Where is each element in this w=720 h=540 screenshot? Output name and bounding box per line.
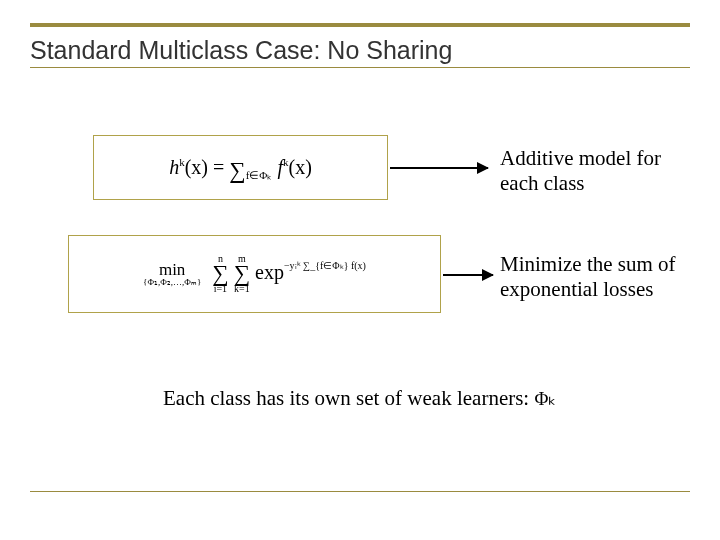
exp-sup: −yᵢᵏ ∑_{f∈Φₖ} f(x): [284, 260, 366, 271]
callout-additive: Additive model for each class: [500, 146, 700, 196]
sum-sub: f∈Φₖ: [246, 169, 273, 181]
top-rule: [30, 23, 690, 27]
footer-rule: [30, 491, 690, 492]
exp-label: exp: [255, 261, 284, 283]
title-underline: [30, 67, 690, 68]
arrow-icon: [390, 167, 488, 169]
sum-symbol: ∑: [234, 264, 250, 285]
sum-symbol: ∑: [229, 158, 245, 183]
eq-equals: =: [213, 156, 224, 178]
equation-box-loss: min {Φ₁,Φ₂,…,Φₘ} n ∑ i=1 m ∑ k=1 exp−yᵢᵏ…: [68, 235, 441, 313]
phi-symbol: Φₖ: [534, 388, 556, 409]
min-operator: min {Φ₁,Φ₂,…,Φₘ}: [143, 261, 201, 287]
min-label: min: [159, 261, 185, 278]
sum-symbol: ∑: [212, 264, 228, 285]
sum-i-bottom: i=1: [214, 284, 227, 294]
eq-h-arg: (x): [185, 156, 208, 178]
eq-f-arg: (x): [288, 156, 311, 178]
bottom-statement: Each class has its own set of weak learn…: [163, 386, 556, 411]
bottom-text-content: Each class has its own set of weak learn…: [163, 386, 529, 410]
sum-k: m ∑ k=1: [234, 254, 250, 295]
equation-loss: min {Φ₁,Φ₂,…,Φₘ} n ∑ i=1 m ∑ k=1 exp−yᵢᵏ…: [143, 254, 366, 295]
equation-box-additive: hk(x) = ∑f∈Φₖ fk(x): [93, 135, 388, 200]
eq-h: h: [169, 156, 179, 178]
callout-loss: Minimize the sum of exponential losses: [500, 252, 710, 302]
slide-title: Standard Multiclass Case: No Sharing: [30, 36, 452, 65]
sum-i: n ∑ i=1: [212, 254, 228, 295]
equation-additive: hk(x) = ∑f∈Φₖ fk(x): [169, 154, 312, 182]
min-sub: {Φ₁,Φ₂,…,Φₘ}: [143, 278, 201, 287]
arrow-icon: [443, 274, 493, 276]
sum-k-bottom: k=1: [234, 284, 250, 294]
